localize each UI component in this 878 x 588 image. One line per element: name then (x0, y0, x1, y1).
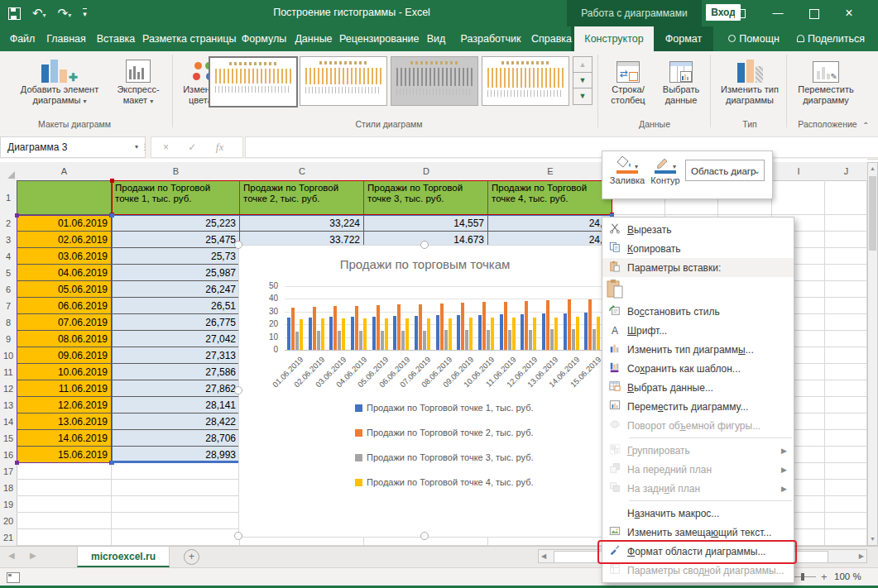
cell-A5[interactable]: 04.06.2019 (17, 265, 112, 281)
chart[interactable]: Продажи по торговым точкам 0102030405001… (238, 245, 612, 538)
chart-style-thumbnail-2[interactable] (300, 56, 387, 106)
menu-item-формат-области-диаграммы[interactable]: Формат области диаграммы... (602, 542, 794, 561)
minimize-icon[interactable]: — (766, 1, 789, 26)
customize-qat-icon[interactable]: ▾ (83, 8, 87, 18)
close-icon[interactable]: × (837, 1, 861, 26)
cell-B12[interactable]: 27,862 (112, 380, 240, 397)
gallery-expand-icon[interactable]: ▼ (573, 88, 593, 105)
outline-button[interactable]: ▾ Контур (647, 155, 684, 185)
move-chart-button[interactable]: ✎ Переместить диаграмму (791, 55, 861, 106)
row-header-1[interactable]: 1 (0, 180, 17, 216)
cell-A16[interactable]: 15.06.2019 (17, 447, 112, 463)
cell-B16[interactable]: 28,993 (112, 447, 240, 463)
chart-style-thumbnail-1[interactable] (209, 56, 298, 108)
column-header-J[interactable]: J (825, 162, 868, 181)
menu-item-восстановить-стиль[interactable]: Восстановить стиль (602, 302, 794, 321)
legend-item[interactable]: Продажи по Торговой точке 1, тыс. руб. (355, 403, 534, 413)
menu-item-параметры-вставки[interactable]: Параметры вставки: (602, 258, 794, 277)
chart-bar[interactable] (397, 304, 401, 350)
chart-bar[interactable] (554, 318, 558, 350)
chart-resize-handle[interactable] (234, 386, 242, 394)
row-header-3[interactable]: 3 (0, 232, 17, 249)
cell-A9[interactable]: 08.06.2019 (17, 331, 112, 347)
cell-A10[interactable]: 09.06.2019 (17, 347, 112, 364)
menu-item-изменить-замещающий-текст[interactable]: Изменить замещающий текст... (602, 523, 794, 542)
menu-item-переместить-диаграмму[interactable]: Переместить диаграмму... (602, 397, 794, 416)
maximize-icon[interactable] (803, 1, 826, 26)
row-header-19[interactable]: 19 (0, 496, 17, 514)
cell-D1[interactable]: Продажи по Торговой точке 3, тыс. руб. (364, 180, 488, 215)
sheet-nav-next-icon[interactable]: ▶ (30, 551, 36, 560)
ribbon-display-options-icon[interactable]: ⌃ (728, 1, 751, 26)
row-header-7[interactable]: 7 (0, 298, 17, 315)
cell-B15[interactable]: 28,706 (112, 430, 240, 447)
cell-B10[interactable]: 27,313 (112, 347, 240, 364)
chart-style-thumbnail-4[interactable] (482, 56, 569, 106)
cell-B5[interactable]: 25,987 (112, 265, 240, 281)
row-header-5[interactable]: 5 (0, 265, 17, 282)
chart-bar[interactable] (291, 308, 295, 350)
undo-icon[interactable]: ↶▾ (32, 6, 46, 21)
chart-bar[interactable] (597, 317, 600, 350)
gallery-scroll-up-icon[interactable]: ▲ (573, 56, 593, 74)
chart-bar[interactable] (550, 329, 554, 350)
cell-B3[interactable]: 25,475 (112, 232, 240, 248)
chart-bar[interactable] (415, 316, 418, 350)
row-header-20[interactable]: 20 (0, 513, 17, 530)
ribbon-tab-поделиться[interactable]: Поделиться (793, 26, 869, 51)
cell-A14[interactable]: 13.06.2019 (17, 414, 112, 430)
ribbon-tab-разработчик[interactable]: Разработчик (453, 26, 528, 51)
row-header-6[interactable]: 6 (0, 281, 17, 299)
row-header-10[interactable]: 10 (0, 347, 17, 365)
chart-bar[interactable] (568, 299, 571, 350)
redo-icon[interactable]: ↷▾ (58, 6, 72, 21)
cell-E1[interactable]: Продажи по Торговой точке 4, тыс. руб. (488, 180, 612, 215)
chart-bar[interactable] (508, 330, 511, 350)
menu-item-вырезать[interactable]: Вырезать (602, 220, 794, 239)
chart-resize-handle[interactable] (234, 532, 242, 540)
cell-D2[interactable]: 14,557 (364, 215, 488, 232)
row-header-13[interactable]: 13 (0, 397, 17, 414)
chart-bar[interactable] (546, 300, 549, 350)
cell-B1[interactable]: Продажи по Торговой точке 1, тыс. руб. (112, 180, 240, 215)
row-header-14[interactable]: 14 (0, 414, 17, 431)
change-chart-type-button[interactable]: Изменить тип диаграммы (715, 55, 784, 106)
ribbon-tab-справка[interactable]: Справка (531, 26, 569, 51)
chart-bar[interactable] (385, 318, 388, 350)
cell-A15[interactable]: 14.06.2019 (17, 430, 112, 447)
chart-bar[interactable] (329, 317, 333, 350)
row-header-8[interactable]: 8 (0, 314, 17, 332)
hscroll-right-icon[interactable]: ▶ (859, 552, 864, 560)
chart-bar[interactable] (405, 318, 409, 350)
new-sheet-icon[interactable]: + (184, 549, 199, 565)
row-header-11[interactable]: 11 (0, 364, 17, 381)
chart-bar[interactable] (317, 331, 320, 350)
fill-button[interactable]: ▾ Заливка (609, 155, 645, 185)
chart-bar[interactable] (512, 318, 516, 350)
column-header-A[interactable]: A (17, 162, 113, 181)
chart-bar[interactable] (461, 303, 464, 350)
cell-A1[interactable] (17, 180, 112, 215)
ribbon-tab-формат[interactable]: Формат (657, 26, 710, 51)
add-chart-element-button[interactable]: ✚ Добавить элемент диаграммы ▾ (12, 55, 108, 107)
chart-bar[interactable] (500, 314, 503, 350)
chart-bar[interactable] (529, 330, 532, 350)
row-header-18[interactable]: 18 (0, 480, 17, 497)
cell-A11[interactable]: 10.06.2019 (17, 364, 112, 380)
chart-bar[interactable] (588, 299, 592, 350)
ribbon-tab-разметка страницы[interactable]: Разметка страницы (142, 26, 235, 51)
chart-bar[interactable] (359, 331, 362, 350)
row-header-17[interactable]: 17 (0, 463, 17, 480)
chart-bar[interactable] (584, 313, 588, 350)
cell-B9[interactable]: 27,042 (112, 331, 240, 347)
chart-bar[interactable] (338, 331, 341, 350)
cell-A2[interactable]: 01.06.2019 (17, 215, 112, 232)
legend-item[interactable]: Продажи по Торговой точке 3, тыс. руб. (355, 452, 534, 462)
select-all-corner[interactable] (0, 162, 17, 181)
chart-bar[interactable] (333, 306, 337, 350)
cell-B11[interactable]: 27,586 (112, 364, 240, 380)
ribbon-tab-файл[interactable]: Файл (7, 26, 38, 51)
menu-item-изменить-тип-диаграммы[interactable]: Изменить тип диаграммы... (602, 340, 794, 359)
chart-bar[interactable] (363, 318, 367, 350)
menu-item-сохранить-как-шаблон[interactable]: Сохранить как шаблон... (602, 359, 794, 378)
